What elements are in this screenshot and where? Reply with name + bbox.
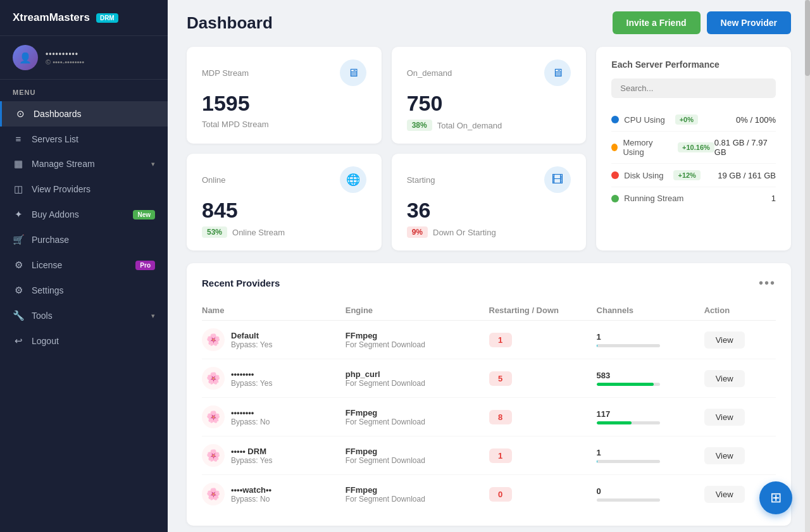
channels-count: 117 xyxy=(597,409,704,419)
stat-value-online: 845 xyxy=(202,198,366,223)
col-channels: Channels xyxy=(597,306,704,315)
stat-value-starting: 36 xyxy=(407,198,571,223)
table-row: 🌸 ••••• DRM Bypass: Yes FFmpeg For Segme… xyxy=(202,436,776,475)
memory-value: 0.81 GB / 7.97 GB xyxy=(714,138,776,157)
stat-footer-online: Online Stream xyxy=(232,228,285,237)
section-title: Recent Providers xyxy=(202,278,280,288)
new-badge: New xyxy=(133,210,155,220)
license-icon: ⚙ xyxy=(13,259,24,271)
channels-count: 0 xyxy=(597,486,704,496)
online-pct: 53% xyxy=(202,226,227,238)
stats-grid: MDP Stream 🖥 1595 Total MPD Stream On_de… xyxy=(168,40,810,257)
provider-name: Default xyxy=(231,331,272,340)
engine-type: For Segment Download xyxy=(346,379,489,388)
stat-card-online: Online 🌐 845 53% Online Stream xyxy=(187,154,382,251)
sidebar: XtreamMasters DRM 👤 •••••••••• © ••••-••… xyxy=(0,0,168,532)
manage-stream-icon: ▦ xyxy=(13,158,24,170)
restart-badge: 8 xyxy=(489,410,512,424)
engine-type: For Segment Download xyxy=(346,418,489,426)
provider-name: ••••watch•• xyxy=(231,485,271,495)
ondemand-pct: 38% xyxy=(407,120,432,131)
drm-badge: DRM xyxy=(96,13,118,23)
col-restarting: Restarting / Down xyxy=(489,306,597,315)
sidebar-item-tools[interactable]: 🔧 Tools ▾ xyxy=(0,303,168,328)
restart-badge: 1 xyxy=(489,333,512,347)
channels-bar xyxy=(597,383,660,386)
running-value: 1 xyxy=(771,194,776,203)
perf-row-running: Running Stream 1 xyxy=(611,187,776,209)
stat-card-ondemand: On_demand 🖥 750 38% Total On_demand xyxy=(392,47,587,144)
section-header: Recent Providers ••• xyxy=(202,276,776,290)
engine-type: For Segment Download xyxy=(346,340,489,349)
channels-bar xyxy=(597,460,660,463)
view-button[interactable]: View xyxy=(704,370,745,387)
col-engine: Engine xyxy=(346,306,489,315)
channels-bar xyxy=(597,421,660,424)
fab-button[interactable]: ⊞ xyxy=(759,481,792,514)
channels-count: 1 xyxy=(597,332,704,342)
disk-badge: +12% xyxy=(673,170,700,180)
restart-badge: 0 xyxy=(489,487,512,502)
sidebar-item-purchase[interactable]: 🛒 Purchase xyxy=(0,227,168,252)
channels-cell: 1 xyxy=(597,448,704,463)
chevron-down-icon: ▾ xyxy=(151,160,155,168)
brand-area: XtreamMasters DRM xyxy=(0,0,168,36)
sidebar-item-servers-list[interactable]: ≡ Servers List xyxy=(0,127,168,151)
film-icon: 🎞 xyxy=(544,166,571,193)
stat-card-mdp: MDP Stream 🖥 1595 Total MPD Stream xyxy=(187,47,382,144)
provider-logo: 🌸 xyxy=(202,328,225,351)
sidebar-item-buy-addons[interactable]: ✦ Buy Addons New xyxy=(0,202,168,227)
engine-name: FFmpeg xyxy=(346,331,489,340)
purchase-icon: 🛒 xyxy=(13,234,24,245)
channels-cell: 0 xyxy=(597,486,704,502)
view-button[interactable]: View xyxy=(704,409,745,426)
channels-count: 1 xyxy=(597,448,704,457)
view-button[interactable]: View xyxy=(704,486,745,503)
more-options-button[interactable]: ••• xyxy=(759,276,776,290)
avatar: 👤 xyxy=(13,45,38,70)
sidebar-item-license[interactable]: ⚙ License Pro xyxy=(0,252,168,278)
memory-dot xyxy=(611,144,618,151)
disk-value: 19 GB / 161 GB xyxy=(718,171,776,180)
logout-icon: ↩ xyxy=(13,335,24,347)
running-label: Running Stream xyxy=(624,194,683,203)
monitor-icon: 🖥 xyxy=(340,59,366,86)
table-header: Name Engine Restarting / Down Channels A… xyxy=(202,300,776,321)
stat-label-starting: Starting xyxy=(407,175,435,185)
user-info: •••••••••• © ••••-•••••••• xyxy=(46,49,84,66)
provider-bypass: Bypass: Yes xyxy=(231,379,272,388)
provider-logo: 🌸 xyxy=(202,367,225,390)
view-button[interactable]: View xyxy=(704,447,745,464)
sidebar-item-view-providers[interactable]: ◫ View Providers xyxy=(0,176,168,202)
provider-logo: 🌸 xyxy=(202,483,225,505)
table-row: 🌸 •••••••• Bypass: No FFmpeg For Segment… xyxy=(202,398,776,436)
sidebar-item-label: Dashboards xyxy=(34,109,82,119)
cpu-badge: +0% xyxy=(675,114,698,125)
provider-logo: 🌸 xyxy=(202,405,225,428)
brand-name: XtreamMasters xyxy=(13,11,90,24)
sidebar-item-label: Purchase xyxy=(32,235,69,245)
new-provider-button[interactable]: New Provider xyxy=(707,11,791,34)
cpu-value: 0% / 100% xyxy=(736,115,776,125)
view-button[interactable]: View xyxy=(704,331,745,349)
invite-friend-button[interactable]: Invite a Friend xyxy=(613,11,701,34)
sidebar-item-label: View Providers xyxy=(32,184,90,194)
sidebar-item-dashboards[interactable]: ⊙ Dashboards xyxy=(0,101,168,127)
sidebar-item-logout[interactable]: ↩ Logout xyxy=(0,328,168,354)
channels-bar xyxy=(597,498,660,502)
stat-value-ondemand: 750 xyxy=(407,91,571,116)
sidebar-item-label: License xyxy=(32,260,62,270)
table-row: 🌸 Default Bypass: Yes FFmpeg For Segment… xyxy=(202,321,776,359)
scroll-thumb[interactable] xyxy=(805,0,810,76)
provider-name: •••••••• xyxy=(231,408,270,418)
server-search-input[interactable] xyxy=(611,78,776,98)
table-row: 🌸 ••••watch•• Bypass: No FFmpeg For Segm… xyxy=(202,475,776,513)
col-name: Name xyxy=(202,306,346,315)
tools-icon: 🔧 xyxy=(13,310,24,321)
sidebar-item-settings[interactable]: ⚙ Settings xyxy=(0,278,168,303)
engine-name: FFmpeg xyxy=(346,485,489,495)
sidebar-item-manage-stream[interactable]: ▦ Manage Stream ▾ xyxy=(0,151,168,176)
chevron-down-icon: ▾ xyxy=(151,312,155,320)
stat-label-mdp: MDP Stream xyxy=(202,68,249,78)
stat-label-ondemand: On_demand xyxy=(407,68,452,78)
